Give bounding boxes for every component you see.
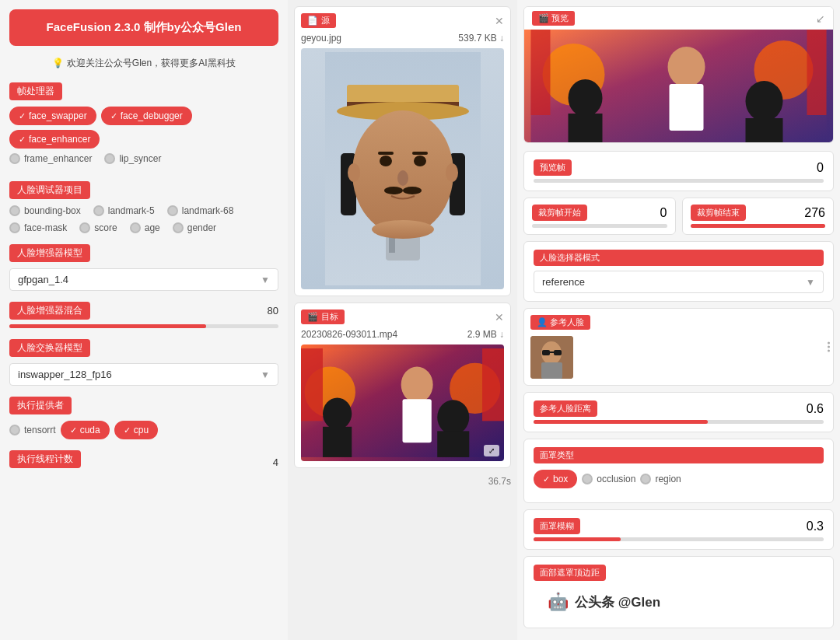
download-icon-2: ↓ bbox=[499, 329, 504, 340]
target-size: 2.9 MB ↓ bbox=[467, 329, 504, 340]
watermark-icon: 🤖 bbox=[548, 592, 569, 612]
svg-rect-45 bbox=[542, 350, 550, 355]
mask-blur-fill bbox=[534, 537, 621, 541]
swapper-model-label: 人脸交换器模型 bbox=[9, 339, 90, 357]
radio-dot-score bbox=[79, 222, 90, 233]
radio-dot-tensorrt bbox=[9, 425, 20, 435]
mask-box-chip[interactable]: box bbox=[534, 470, 577, 488]
ref-face-tag: 👤 参考人脸 bbox=[530, 315, 590, 330]
ref-distance-section: 参考人脸距离 0.6 bbox=[523, 392, 834, 432]
source-info: geyou.jpg 539.7 KB ↓ bbox=[301, 33, 504, 44]
debug-bounding-box[interactable]: bounding-box bbox=[9, 205, 81, 216]
preview-frame-track[interactable] bbox=[534, 179, 824, 183]
exec-tensorrt[interactable]: tensorrt bbox=[9, 421, 56, 439]
chip-frame-enhancer[interactable]: frame_enhancer bbox=[9, 153, 92, 164]
debug-face-mask[interactable]: face-mask bbox=[9, 222, 67, 233]
debug-landmark-68[interactable]: landmark-68 bbox=[167, 205, 234, 216]
enhancer-blend-label: 人脸增强器混合 bbox=[9, 302, 90, 320]
expand-button[interactable]: ⤢ bbox=[484, 445, 499, 456]
debug-items: bounding-box landmark-5 landmark-68 face… bbox=[9, 205, 278, 233]
enhancer-model-label: 人脸增强器模型 bbox=[9, 244, 90, 262]
preview-image[interactable] bbox=[524, 30, 833, 142]
chip-lip-syncer[interactable]: lip_syncer bbox=[104, 153, 161, 164]
download-icon: ↓ bbox=[499, 33, 504, 44]
svg-point-15 bbox=[348, 163, 360, 182]
ref-distance-row: 参考人脸距离 0.6 bbox=[534, 400, 824, 417]
mask-region-chip[interactable]: region bbox=[640, 470, 681, 488]
debug-landmark-5[interactable]: landmark-5 bbox=[93, 205, 155, 216]
enhancer-blend-row: 人脸增强器混合 80 bbox=[9, 302, 278, 320]
processors-section: 帧处理器 face_swapper face_debugger face_enh… bbox=[9, 82, 278, 170]
mask-chip-group: box occlusion region bbox=[534, 470, 824, 488]
chevron-down-icon-2: ▼ bbox=[261, 369, 270, 380]
target-video-svg bbox=[301, 344, 504, 461]
preview-frame-row: 预览帧 0 bbox=[534, 159, 824, 176]
exec-cpu[interactable]: cpu bbox=[114, 421, 158, 439]
preview-close-button[interactable]: ↙ bbox=[816, 12, 825, 25]
thread-row: 执行线程计数 4 bbox=[9, 450, 278, 474]
target-tag: 🎬 目标 bbox=[301, 310, 345, 324]
ref-distance-track[interactable] bbox=[534, 420, 824, 424]
chevron-down-icon-3: ▼ bbox=[806, 277, 815, 288]
mask-blur-label: 面罩模糊 bbox=[534, 518, 580, 534]
processors-chip-group: face_swapper face_debugger face_enhancer… bbox=[9, 107, 278, 170]
target-icon: 🎬 bbox=[307, 312, 318, 322]
source-face-svg bbox=[325, 52, 481, 285]
ref-distance-fill bbox=[534, 420, 708, 424]
crop-end-fill bbox=[691, 224, 826, 228]
chip-face-swapper[interactable]: face_swapper bbox=[9, 107, 96, 125]
svg-point-19 bbox=[372, 220, 434, 239]
mask-blur-value: 0.3 bbox=[807, 519, 824, 533]
crop-end-header: 裁剪帧结束 276 bbox=[691, 205, 826, 221]
svg-point-25 bbox=[323, 397, 352, 429]
chip-face-debugger[interactable]: face_debugger bbox=[101, 107, 192, 125]
radio-dot-occlusion bbox=[582, 474, 593, 484]
app-title: FaceFusion 2.3.0 制作by公众号Glen bbox=[9, 9, 278, 46]
exec-cuda[interactable]: cuda bbox=[61, 421, 110, 439]
target-header: 🎬 目标 ✕ bbox=[301, 310, 504, 324]
thread-label: 执行线程计数 bbox=[9, 450, 81, 468]
mask-blur-track[interactable] bbox=[534, 537, 824, 541]
enhancer-blend-track[interactable] bbox=[9, 324, 278, 328]
ref-face-thumbnail[interactable] bbox=[530, 336, 573, 379]
radio-dot-lip-syncer bbox=[104, 153, 115, 164]
source-panel: 📄 源 ✕ geyou.jpg 539.7 KB ↓ bbox=[294, 6, 511, 296]
svg-point-27 bbox=[437, 400, 469, 435]
crop-start-track[interactable] bbox=[532, 224, 667, 228]
swapper-model-section: 人脸交换器模型 inswapper_128_fp16 ▼ bbox=[9, 339, 278, 386]
crop-row: 裁剪帧开始 0 裁剪帧结束 276 bbox=[523, 198, 834, 235]
selector-dropdown[interactable]: reference ▼ bbox=[534, 271, 824, 293]
target-image[interactable]: ⤢ bbox=[301, 344, 504, 461]
svg-rect-11 bbox=[412, 152, 428, 155]
mask-label: 面罩类型 bbox=[534, 447, 824, 463]
target-filename: 20230826-093011.mp4 bbox=[301, 329, 397, 340]
ref-face-svg bbox=[530, 336, 573, 379]
svg-point-38 bbox=[746, 81, 783, 121]
scroll-indicator bbox=[828, 342, 830, 352]
chip-face-enhancer[interactable]: face_enhancer bbox=[9, 130, 100, 149]
source-image[interactable] bbox=[301, 48, 504, 289]
mask-top-row: 面部遮罩顶边距 bbox=[534, 565, 824, 581]
mask-top-label: 面部遮罩顶边距 bbox=[534, 565, 606, 581]
crop-end-track[interactable] bbox=[691, 224, 826, 228]
svg-point-14 bbox=[403, 187, 422, 194]
svg-rect-44 bbox=[541, 362, 562, 379]
mask-top-section: 面部遮罩顶边距 🤖 公头条 @Glen bbox=[523, 556, 834, 628]
mask-occlusion-chip[interactable]: occlusion bbox=[582, 470, 635, 488]
swapper-model-dropdown[interactable]: inswapper_128_fp16 ▼ bbox=[9, 363, 278, 386]
debug-age[interactable]: age bbox=[130, 222, 160, 233]
radio-dot-gender bbox=[173, 222, 184, 233]
target-close-button[interactable]: ✕ bbox=[495, 311, 504, 323]
enhancer-model-dropdown[interactable]: gfpgan_1.4 ▼ bbox=[9, 268, 278, 291]
exec-chip-group: tensorrt cuda cpu bbox=[9, 421, 278, 439]
crop-end-label: 裁剪帧结束 bbox=[691, 205, 746, 221]
preview-frame-label: 预览帧 bbox=[534, 159, 572, 176]
exec-section: 执行提供者 tensorrt cuda cpu bbox=[9, 397, 278, 439]
debug-section: 人脸调试器项目 bounding-box landmark-5 landmark… bbox=[9, 181, 278, 233]
enhancer-blend-value: 80 bbox=[268, 305, 278, 317]
source-close-button[interactable]: ✕ bbox=[495, 15, 504, 27]
svg-point-16 bbox=[446, 163, 458, 182]
debug-score[interactable]: score bbox=[79, 222, 117, 233]
debug-gender[interactable]: gender bbox=[173, 222, 216, 233]
ref-face-icon: 👤 bbox=[537, 317, 548, 327]
